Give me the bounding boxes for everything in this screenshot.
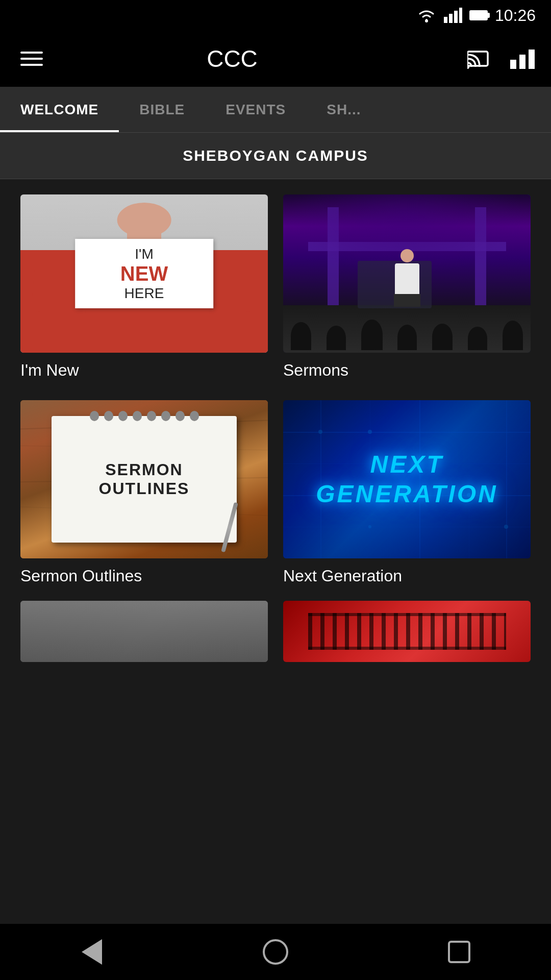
status-bar: 10:26: [0, 0, 551, 31]
sermons-label: Sermons: [283, 361, 531, 380]
next-gen-line2: GENERATION: [316, 479, 497, 509]
grid-item-next-generation[interactable]: NEXT GENERATION Next Generation: [283, 400, 531, 585]
svg-rect-7: [510, 60, 516, 69]
next-generation-image: NEXT GENERATION: [283, 400, 531, 558]
home-button[interactable]: [245, 932, 306, 972]
tab-welcome[interactable]: WELCOME: [0, 87, 119, 132]
cast-icon[interactable]: [467, 47, 494, 70]
scroll-area: SHEBOYGAN CAMPUS I'M NEW HERE: [0, 133, 551, 672]
tab-shop[interactable]: SH...: [306, 87, 381, 132]
sign-line2: NEW: [120, 262, 168, 285]
home-icon: [263, 939, 288, 965]
svg-rect-8: [519, 55, 525, 69]
sermon-outlines-label: Sermon Outlines: [20, 567, 268, 585]
tab-events[interactable]: EVENTS: [205, 87, 306, 132]
back-button[interactable]: [61, 932, 122, 972]
next-gen-text-container: NEXT GENERATION: [316, 450, 497, 508]
grid-item-sermon-outlines[interactable]: SERMON OUTLINES Sermon Outlines: [20, 400, 268, 585]
recent-apps-icon: [448, 941, 470, 963]
svg-rect-4: [459, 8, 462, 23]
nav-bar: [0, 924, 551, 980]
grid-item-partial-left[interactable]: [20, 601, 268, 662]
next-gen-line1: NEXT: [316, 450, 497, 479]
recent-apps-button[interactable]: [429, 932, 490, 972]
sermon-outlines-text1: SERMON: [105, 460, 183, 479]
sermon-outlines-text2: OUTLINES: [99, 479, 190, 498]
sermon-outlines-image: SERMON OUTLINES: [20, 400, 268, 558]
notebook: SERMON OUTLINES: [52, 416, 237, 543]
toolbar-actions: [467, 47, 536, 70]
svg-rect-2: [449, 14, 453, 23]
sign-line1: I'M: [135, 246, 153, 262]
svg-rect-1: [444, 17, 447, 23]
next-generation-label: Next Generation: [283, 567, 531, 585]
sign-line3: HERE: [124, 285, 164, 302]
app-title: CCC: [12, 45, 452, 72]
sermons-image: [283, 194, 531, 353]
grid-item-sermons[interactable]: Sermons: [283, 194, 531, 380]
bottom-partial-row: [0, 601, 551, 672]
grid-item-im-new[interactable]: I'M NEW HERE I'm New: [20, 194, 268, 380]
campus-title: SHEBOYGAN CAMPUS: [15, 147, 536, 164]
svg-rect-9: [529, 50, 535, 69]
status-time: 10:26: [495, 6, 536, 25]
grid-item-partial-right[interactable]: [283, 601, 531, 662]
wifi-icon: [416, 8, 437, 23]
tab-bible[interactable]: BIBLE: [119, 87, 205, 132]
campus-header: SHEBOYGAN CAMPUS: [0, 133, 551, 179]
back-icon: [82, 939, 102, 965]
content-grid: I'M NEW HERE I'm New: [0, 179, 551, 601]
svg-rect-3: [454, 11, 458, 23]
im-new-label: I'm New: [20, 361, 268, 380]
svg-point-0: [425, 19, 428, 22]
tab-bar: WELCOME BIBLE EVENTS SH...: [0, 87, 551, 133]
signal-icon: [444, 8, 462, 23]
chart-icon[interactable]: [509, 47, 536, 70]
im-new-image: I'M NEW HERE: [20, 194, 268, 353]
status-icons: 10:26: [416, 6, 536, 25]
toolbar: CCC: [0, 31, 551, 87]
battery-icon: [469, 10, 488, 20]
